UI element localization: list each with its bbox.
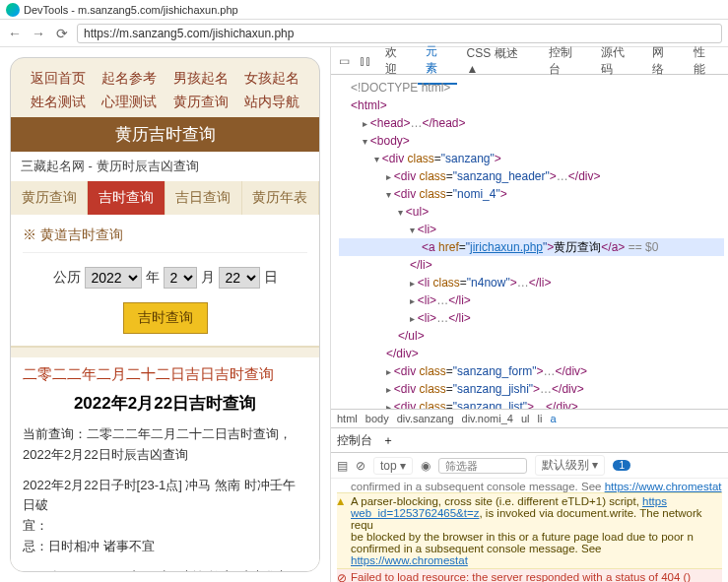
console-warning: A parser-blocking, cross site (i.e. diff… <box>337 492 722 569</box>
result-hour-zi: 2022年2月22日子时[23-1点] 冲马 煞南 时冲壬午 日破 <box>23 476 307 517</box>
reload-button[interactable]: ⟳ <box>53 25 71 42</box>
result-heading: 2022年2月22日吉时查询 <box>23 392 307 415</box>
dom-doctype: <!DOCTYPE html> <box>339 79 724 97</box>
sidebar-toggle-icon[interactable]: ▤ <box>337 459 348 473</box>
device-toggle-icon[interactable]: ⫿⫿ <box>356 50 375 72</box>
console-error: Failed to load resource: the server resp… <box>337 569 722 582</box>
log-level-select[interactable]: 默认级别 ▾ <box>535 455 605 476</box>
nav-link[interactable]: 黄历查询 <box>165 94 236 111</box>
tab-jishi[interactable]: 吉时查询 <box>88 181 165 215</box>
console-messages[interactable]: confirmed in a subsequent console messag… <box>331 479 728 582</box>
nav-link[interactable]: 返回首页 <box>23 70 94 88</box>
window-titlebar: DevTools - m.sanzang5.com/jishichaxun.ph… <box>0 0 728 20</box>
tab-huangli[interactable]: 黄历查询 <box>11 181 88 215</box>
nav-link[interactable]: 站内导航 <box>236 94 307 111</box>
dom-tree[interactable]: <!DOCTYPE html> <html> <head>…</head> <b… <box>331 75 728 409</box>
page-subtitle: 三藏起名网 - 黄历时辰吉凶查询 <box>11 152 319 181</box>
day-select[interactable]: 22 <box>219 267 260 289</box>
dom-selected-node[interactable]: <a href="jirichaxun.php">黄历查询</a> == $0 <box>339 238 724 256</box>
edge-icon <box>6 3 20 17</box>
clear-console-icon[interactable]: ⊘ <box>356 459 365 473</box>
nav-link[interactable]: 姓名测试 <box>23 94 94 111</box>
devtools-tabs: ▭ ⫿⫿ 欢迎 元素 CSS 概述 ▲ 控制台 源代码 网络 性能 <box>331 47 728 75</box>
query-form: ※ 黄道吉时查询 公历 2022 年 2 月 22 日 吉时查询 <box>11 215 319 348</box>
day-suffix: 日 <box>264 269 278 287</box>
result-box: 二零二二年二月二十二日吉日吉时查询 2022年2月22日吉时查询 当前查询：二零… <box>11 357 319 572</box>
tab-jiri[interactable]: 吉日查询 <box>165 181 242 215</box>
devtools-panel: ▭ ⫿⫿ 欢迎 元素 CSS 概述 ▲ 控制台 源代码 网络 性能 <!DOCT… <box>330 47 728 582</box>
console-toolbar: ▤ ⊘ top ▾ ◉ 默认级别 ▾ 1 <box>331 453 728 479</box>
result-section-title: 二零二二年二月二十二日吉日吉时查询 <box>23 365 307 384</box>
add-tab-icon[interactable]: ＋ <box>382 432 394 449</box>
device-preview: 返回首页 起名参考 男孩起名 女孩起名 姓名测试 心理测试 黄历查询 站内导航 … <box>0 47 330 582</box>
result-hour-chou: 2022年2月22日丑时[1-3点] 冲羊 煞东 时冲癸未 <box>23 567 307 572</box>
calendar-label: 公历 <box>53 269 81 287</box>
console-tab[interactable]: 控制台 <box>337 432 372 449</box>
result-current: 当前查询：二零二二年二月二十二日吉时查询，2022年2月22日时辰吉凶查询 <box>23 424 307 466</box>
query-tabs: 黄历查询 吉时查询 吉日查询 黄历年表 <box>11 181 319 215</box>
back-button[interactable]: ← <box>6 25 24 42</box>
page-title-band: 黄历吉时查询 <box>11 117 319 152</box>
issue-badge[interactable]: 1 <box>613 460 630 471</box>
nav-link[interactable]: 男孩起名 <box>165 70 236 88</box>
inspect-icon[interactable]: ▭ <box>335 50 354 72</box>
tab-nianbiao[interactable]: 黄历年表 <box>242 181 319 215</box>
nav-link[interactable]: 心理测试 <box>94 94 165 111</box>
forward-button[interactable]: → <box>30 25 47 42</box>
nav-link[interactable]: 起名参考 <box>94 70 165 88</box>
console-filter-input[interactable] <box>438 458 527 474</box>
console-line: confirmed in a subsequent console messag… <box>337 481 722 492</box>
month-select[interactable]: 2 <box>164 267 197 289</box>
year-select[interactable]: 2022 <box>85 267 142 289</box>
month-suffix: 月 <box>201 269 215 287</box>
dom-breadcrumbs[interactable]: htmlbodydiv.sanzangdiv.nomi_4ullia <box>331 409 728 427</box>
console-drawer-header: 控制台 ＋ <box>331 427 728 453</box>
form-header: ※ 黄道吉时查询 <box>23 223 307 253</box>
result-yi: 宜： <box>23 516 307 537</box>
result-ji: 忌：日时相冲 诸事不宜 <box>23 537 307 557</box>
submit-button[interactable]: 吉时查询 <box>123 302 208 334</box>
window-title: DevTools - m.sanzang5.com/jishichaxun.ph… <box>24 4 238 16</box>
eye-icon[interactable]: ◉ <box>421 459 430 473</box>
site-top-nav: 返回首页 起名参考 男孩起名 女孩起名 姓名测试 心理测试 黄历查询 站内导航 <box>23 70 307 111</box>
nav-link[interactable]: 女孩起名 <box>236 70 307 88</box>
year-suffix: 年 <box>146 269 160 287</box>
context-select[interactable]: top ▾ <box>373 457 413 475</box>
